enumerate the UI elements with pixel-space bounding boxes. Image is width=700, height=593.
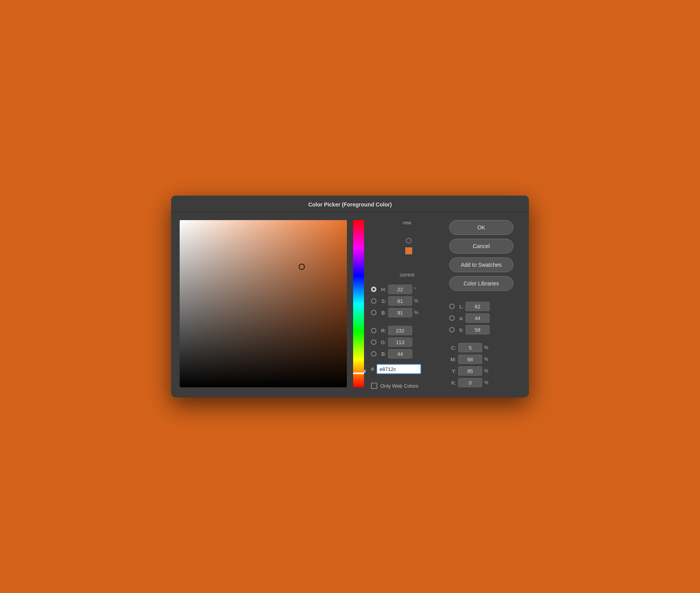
cancel-button[interactable]: Cancel — [449, 239, 513, 254]
s-radio[interactable] — [371, 298, 376, 304]
b-hsb-label: B: — [378, 310, 386, 316]
b-hsb-field-row: B: % — [371, 308, 443, 317]
ok-button[interactable]: OK — [449, 220, 513, 235]
only-web-colors-row: Only Web Colors — [371, 383, 443, 389]
r-input[interactable] — [388, 326, 412, 335]
k-field-row: K: % — [449, 378, 520, 387]
preview-area: ⬡ — [401, 229, 413, 271]
hue-slider-track — [353, 220, 364, 387]
h-label: H: — [378, 287, 386, 292]
c-unit: % — [484, 345, 490, 350]
dialog-title: Color Picker (Foreground Color) — [308, 201, 392, 208]
a-label: a: — [457, 315, 464, 321]
lab-fields: L: a: b: C: — [449, 302, 520, 387]
b-lab-field-row: b: — [449, 325, 520, 334]
s-field-row: S: % — [371, 296, 443, 306]
s-unit: % — [414, 298, 420, 304]
y-input[interactable] — [458, 366, 482, 376]
web-safe-cube-icon[interactable]: ⬡ — [404, 236, 413, 245]
b-lab-input[interactable] — [466, 325, 490, 334]
m-unit: % — [484, 357, 490, 362]
right-buttons: OK Cancel Add to Swatches Color Librarie… — [449, 220, 520, 291]
y-field-row: Y: % — [449, 366, 520, 376]
b-rgb-input[interactable] — [388, 349, 412, 359]
small-swatch-icon — [405, 247, 412, 254]
a-input[interactable] — [466, 313, 490, 323]
color-picker-dialog: Color Picker (Foreground Color) new — [171, 196, 529, 397]
preview-new-label: new — [402, 220, 411, 226]
c-field-row: C: % — [449, 343, 520, 352]
l-input[interactable] — [466, 302, 490, 311]
g-label: G: — [378, 339, 386, 345]
a-radio[interactable] — [449, 315, 455, 321]
color-field-gradient-dark — [180, 220, 347, 387]
h-unit: ° — [414, 287, 420, 292]
b-lab-radio[interactable] — [449, 327, 455, 332]
right-panel: OK Cancel Add to Swatches Color Librarie… — [449, 220, 520, 389]
b-rgb-label: B: — [378, 351, 386, 357]
s-label: S: — [378, 298, 386, 304]
color-field-canvas[interactable] — [180, 220, 347, 387]
b-rgb-radio[interactable] — [371, 351, 376, 357]
color-libraries-button[interactable]: Color Libraries — [449, 276, 513, 291]
dialog-titlebar: Color Picker (Foreground Color) — [171, 196, 529, 212]
g-field-row: G: — [371, 338, 443, 347]
h-input[interactable] — [388, 285, 412, 294]
h-radio[interactable] — [371, 287, 376, 292]
hsb-fields: H: ° S: % B: % — [371, 285, 443, 359]
color-field[interactable] — [180, 220, 347, 387]
y-label: Y: — [449, 368, 456, 374]
r-field-row: R: — [371, 326, 443, 335]
k-unit: % — [484, 380, 490, 385]
r-label: R: — [378, 328, 386, 334]
hue-slider[interactable] — [353, 220, 364, 387]
icons-stack: ⬡ — [404, 236, 413, 254]
middle-section: new ⬡ current — [371, 220, 443, 389]
preview-current-label: current — [400, 272, 414, 278]
b-hsb-unit: % — [414, 310, 420, 315]
r-radio[interactable] — [371, 328, 376, 333]
l-radio[interactable] — [449, 304, 455, 309]
m-input[interactable] — [458, 355, 482, 364]
c-label: C: — [449, 345, 456, 351]
g-input[interactable] — [388, 338, 412, 347]
g-radio[interactable] — [371, 339, 376, 345]
dialog-body: new ⬡ current — [171, 212, 529, 397]
b-hsb-input[interactable] — [388, 308, 412, 317]
hex-hash: # — [371, 366, 374, 372]
hex-row: # — [371, 364, 443, 374]
m-label: M: — [449, 357, 456, 362]
l-field-row: L: — [449, 302, 520, 311]
hue-slider-arrow — [362, 369, 366, 373]
m-field-row: M: % — [449, 355, 520, 364]
l-label: L: — [457, 304, 464, 310]
s-input[interactable] — [388, 296, 412, 306]
b-rgb-field-row: B: — [371, 349, 443, 359]
a-field-row: a: — [449, 313, 520, 323]
c-input[interactable] — [458, 343, 482, 352]
hex-input[interactable] — [376, 364, 421, 374]
b-lab-label: b: — [457, 327, 464, 333]
h-field-row: H: ° — [371, 285, 443, 294]
b-hsb-radio[interactable] — [371, 310, 376, 315]
only-web-colors-checkbox[interactable] — [371, 383, 377, 389]
y-unit: % — [484, 368, 490, 374]
k-input[interactable] — [458, 378, 482, 387]
k-label: K: — [449, 380, 456, 386]
add-to-swatches-button[interactable]: Add to Swatches — [449, 257, 513, 272]
only-web-colors-label: Only Web Colors — [380, 383, 418, 389]
